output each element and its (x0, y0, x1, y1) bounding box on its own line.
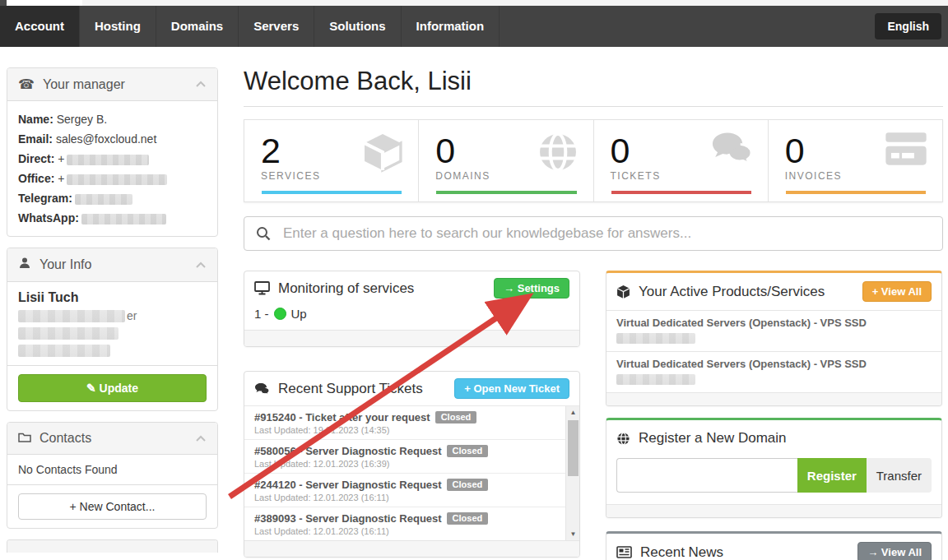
knowledgebase-search (244, 216, 943, 251)
chevron-up-icon[interactable] (195, 81, 207, 88)
stat-tickets-accent-bar (611, 191, 751, 194)
manager-office-row: Office: + (18, 169, 207, 188)
nav-item-solutions[interactable]: Solutions (314, 6, 401, 47)
browser-strip (0, 0, 948, 6)
status-badge: Closed (447, 445, 489, 457)
stat-domains[interactable]: 0 DOMAINS (419, 120, 593, 201)
news-panel: Recent News → View All (606, 531, 942, 560)
globe-icon (616, 432, 630, 446)
phone-icon: ☎ (18, 76, 35, 92)
pencil-icon: ✎ (86, 382, 96, 395)
redacted-value (18, 310, 125, 322)
scrollbar-thumb[interactable] (568, 420, 579, 476)
scroll-up-arrow[interactable]: ▲ (566, 406, 579, 419)
nav-item-information[interactable]: Information (402, 6, 500, 47)
status-badge: Closed (447, 479, 489, 491)
browser-strip-corner (0, 0, 7, 6)
ticket-row[interactable]: #915240 - Ticket after your requestClose… (244, 406, 579, 440)
settings-button[interactable]: → Settings (494, 278, 569, 299)
panel-footer (244, 330, 579, 346)
stat-domains-accent-bar (436, 191, 576, 194)
stat-invoices-label: INVOICES (785, 170, 926, 182)
monitoring-status-suffix: Up (291, 307, 307, 321)
search-icon (256, 226, 271, 241)
stat-invoices-accent-bar (786, 191, 926, 194)
client-name: Lisii Tuch (18, 290, 207, 305)
search-input[interactable] (281, 224, 931, 243)
tickets-panel-title: Recent Support Tickets (278, 381, 423, 397)
nav-item-hosting[interactable]: Hosting (80, 6, 156, 47)
chevron-up-icon[interactable] (195, 435, 207, 442)
scroll-down-arrow[interactable]: ▼ (566, 528, 579, 540)
register-domain-panel: Register a New Domain Register Transfer (606, 418, 942, 518)
stat-invoices[interactable]: 0 INVOICES (769, 120, 942, 201)
news-panel-title: Recent News (640, 544, 723, 560)
product-row[interactable]: Virtual Dedicated Servers (Openstack) - … (606, 351, 941, 392)
credit-card-icon (883, 130, 929, 171)
chat-bubbles-icon (709, 130, 755, 173)
products-view-all-button[interactable]: + View All (862, 281, 932, 302)
manager-telegram-row: Telegram: (18, 188, 207, 208)
status-badge: Closed (447, 512, 489, 525)
ticket-row[interactable]: #389093 - Server Diagnostic RequestClose… (244, 507, 579, 540)
newspaper-icon (616, 546, 632, 558)
manager-email-row: Email: sales@foxcloud.net (18, 129, 207, 149)
contacts-panel-title: Contacts (40, 431, 91, 446)
redacted-value (67, 174, 167, 185)
manager-panel-header[interactable]: ☎ Your manager (7, 68, 217, 101)
your-info-panel-title: Your Info (40, 257, 91, 272)
collapsed-panel-partial (7, 539, 218, 553)
update-button[interactable]: ✎ Update (18, 374, 207, 402)
stat-tickets[interactable]: 0 TICKETS (594, 120, 769, 201)
nav-item-account[interactable]: Account (0, 6, 80, 47)
language-button[interactable]: English (875, 13, 941, 39)
main-content: Welcome Back, Lisii 2 SERVICES 0 DOMAINS… (244, 66, 943, 560)
status-up-dot (274, 308, 286, 320)
redacted-value (616, 374, 695, 385)
monitoring-panel-title: Monitoring of services (278, 280, 414, 297)
stat-services-accent-bar (262, 191, 402, 194)
monitor-icon (254, 281, 270, 295)
domain-input[interactable] (616, 458, 797, 493)
monitoring-status-row: 1 - Up (244, 305, 579, 330)
transfer-button[interactable]: Transfer (867, 458, 932, 493)
stat-services[interactable]: 2 SERVICES (244, 120, 419, 201)
products-panel: Your Active Products/Services + View All… (606, 271, 942, 406)
manager-name-row: Name: Sergey B. (18, 109, 207, 129)
browser-strip-tab (7, 0, 82, 6)
ticket-row[interactable]: #580056 - Server Diagnostic RequestClose… (244, 440, 579, 474)
nav-item-domains[interactable]: Domains (156, 6, 239, 47)
cube-icon (616, 285, 630, 299)
nav-item-servers[interactable]: Servers (239, 6, 314, 47)
panel-footer (244, 540, 579, 557)
ticket-row[interactable]: #244120 - Server Diagnostic RequestClose… (244, 474, 579, 507)
chevron-up-icon[interactable] (195, 261, 207, 269)
contacts-panel-header[interactable]: Contacts (7, 423, 217, 455)
your-info-panel: Your Info Lisii Tuch er ✎ Update (7, 248, 218, 411)
new-contact-button[interactable]: + New Contact... (18, 493, 207, 520)
your-info-panel-header[interactable]: Your Info (7, 248, 217, 282)
chat-bubbles-icon (254, 382, 270, 396)
panel-footer (606, 504, 941, 517)
product-row[interactable]: Virtual Dedicated Servers (Openstack) - … (606, 310, 941, 351)
redacted-value (18, 327, 118, 340)
contacts-empty-text: No Contacts Found (7, 455, 217, 484)
manager-panel: ☎ Your manager Name: Sergey B. Email: sa… (7, 67, 218, 237)
redacted-value (81, 214, 166, 224)
main-navbar: Account Hosting Domains Servers Solution… (0, 6, 948, 47)
register-button[interactable]: Register (797, 458, 867, 493)
manager-panel-title: Your manager (43, 77, 125, 92)
stats-row: 2 SERVICES 0 DOMAINS 0 TICKETS 0 INVOI (244, 119, 943, 202)
redacted-value (67, 155, 149, 165)
person-icon (18, 257, 31, 273)
manager-whatsapp-row: WhatsApp: (18, 208, 207, 228)
open-new-ticket-button[interactable]: + Open New Ticket (454, 378, 569, 399)
tickets-list: #915240 - Ticket after your requestClose… (244, 406, 579, 540)
products-panel-title: Your Active Products/Services (639, 284, 825, 300)
tickets-scrollbar[interactable]: ▲ ▼ (565, 406, 579, 540)
news-view-all-button[interactable]: → View All (857, 542, 932, 560)
sidebar: ☎ Your manager Name: Sergey B. Email: sa… (7, 67, 218, 560)
redacted-line: er (18, 305, 207, 322)
panel-footer (606, 392, 941, 405)
redacted-value (75, 194, 132, 205)
